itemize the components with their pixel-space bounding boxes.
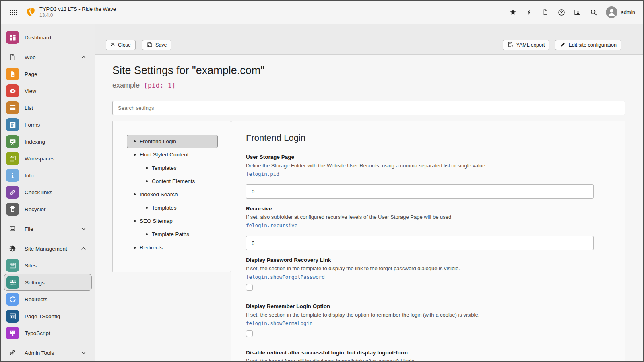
dashboard-icon [6,31,19,44]
sidebar-item-info[interactable]: Info [1,167,95,184]
category-item-redirects[interactable]: Redirects [127,241,224,254]
yaml-export-button[interactable]: YAML export [503,40,550,50]
database-export-icon [508,41,514,49]
site-identifier: example [112,80,140,90]
sidebar-item-label: Dashboard [25,35,51,41]
setting-description: If set, the logout form will be displaye… [246,358,625,361]
panel-heading: Frontend Login [246,133,625,143]
category-item-templates[interactable]: Templates [127,161,224,175]
save-icon [147,42,153,49]
sidebar-section-file[interactable]: File [1,220,95,237]
sidebar-item-dashboard[interactable]: Dashboard [1,29,95,46]
category-item-label: Fluid Styled Content [140,152,189,158]
bullet-icon [134,193,136,195]
bullet-icon [146,167,148,169]
category-item-indexed-search[interactable]: Indexed Search [127,188,224,201]
setting-description: If set, the section in the template to d… [246,311,625,319]
sidebar-item-list[interactable]: List [1,99,95,116]
category-item-fluid-styled-content[interactable]: Fluid Styled Content [127,148,224,161]
category-item-label: Templates [152,165,177,171]
setting-group-recursive: RecursiveIf set, also subfolder at confi… [246,205,625,250]
sidebar-item-label: List [25,105,33,111]
setting-description: If set, the section in the template to d… [246,265,625,272]
sidebar-item-page[interactable]: Page [1,66,95,82]
sidebar-item-label: Forms [25,122,40,128]
sidebar-section-site-management[interactable]: Site Management [1,240,95,257]
edit-site-configuration-button[interactable]: Edit site configuration [555,40,621,50]
avatar [606,6,617,18]
category-item-seo-sitemap[interactable]: SEO Sitemap [127,214,224,228]
sidebar-item-label: Info [25,173,34,179]
setting-key: felogin.recursive [246,222,625,229]
bullet-icon [146,207,148,209]
help-icon[interactable] [553,1,570,24]
save-button[interactable]: Save [142,40,172,50]
setting-checkbox-felogin-showforgotpassword[interactable] [246,284,253,291]
chevron-down-icon [81,351,86,354]
typo3-brand[interactable]: TYPO3 v13 LTS - Ride the Wave 13.4.0 [26,6,116,19]
docheader: Close Save YAML export Edit site configu… [95,24,643,55]
sidebar-item-indexing[interactable]: Indexing [1,133,95,150]
sidebar-item-view[interactable]: View [1,82,95,99]
bullet-icon [134,140,136,142]
chevron-down-icon [81,227,86,230]
setting-group-display-password-recovery-link: Display Password Recovery LinkIf set, th… [246,257,625,291]
recycler-icon [6,203,19,216]
clear-cache-bolt-icon[interactable] [521,1,537,24]
settings-category-menu: Frontend LoginFluid Styled ContentTempla… [112,121,231,272]
bookmark-star-icon[interactable] [505,1,521,24]
setting-description: Define the Storage Folder with the Websi… [246,162,625,169]
setting-key: felogin.showPermaLogin [246,320,625,327]
admintools-icon [6,349,19,356]
sidebar-item-label: Indexing [25,139,45,145]
forms-icon [6,118,19,131]
sidebar-item-redirects[interactable]: Redirects [1,291,95,308]
module-body: Close Save YAML export Edit site configu… [95,24,643,361]
setting-group-disable-redirect-after-successful-login-but-display-logout-form: Disable redirect after successful login,… [246,349,625,361]
sidebar-item-typoscript[interactable]: TypoScript [1,325,95,341]
setting-key: felogin.pid [246,171,625,177]
sidebar-item-recycler[interactable]: Recycler [1,201,95,218]
page-icon [6,68,19,80]
sidebar-item-page-tsconfig[interactable]: Page TSconfig [1,308,95,325]
typo3-logo-icon [26,7,36,18]
web-icon [6,53,19,61]
setting-input-felogin-pid[interactable] [246,184,594,199]
category-item-template-paths[interactable]: Template Paths [127,228,224,241]
sidebar-item-label: Redirects [25,296,47,302]
module-grid-icon[interactable] [9,1,19,24]
category-item-label: SEO Sitemap [140,218,173,224]
sidebar-item-settings[interactable]: Settings [4,274,92,291]
topbar-title: TYPO3 v13 LTS - Ride the Wave [39,6,116,12]
setting-input-felogin-recursive[interactable] [246,236,594,250]
workspaces-icon [6,152,19,165]
sidebar-section-web[interactable]: Web [1,49,95,66]
sidebar-section-admin-tools[interactable]: Admin Tools [1,344,95,361]
username-label: admin [621,9,635,15]
category-item-label: Content Elements [152,178,195,184]
category-item-templates[interactable]: Templates [127,201,224,214]
sidebar-item-label: Sites [25,263,37,269]
search-icon[interactable] [586,1,602,24]
topbar-version: 13.4.0 [39,12,116,19]
sidebar-item-label: Workspaces [25,156,54,162]
setting-label: Display Remember Login Option [246,303,625,310]
sidebar-item-label: Site Management [25,246,67,252]
category-item-frontend-login[interactable]: Frontend Login [127,135,218,148]
user-menu[interactable]: admin [606,6,635,18]
system-information-icon[interactable] [570,1,586,24]
sidebar-item-forms[interactable]: Forms [1,116,95,133]
document-icon[interactable] [537,1,553,24]
search-settings-input[interactable] [112,101,625,115]
sidebar-item-sites[interactable]: Sites [1,257,95,274]
indexing-icon [6,135,19,148]
redirects-icon [6,293,19,306]
setting-checkbox-felogin-showpermalogin[interactable] [246,330,253,337]
sidebar-item-check-links[interactable]: Check links [1,184,95,201]
setting-group-display-remember-login-option: Display Remember Login OptionIf set, the… [246,303,625,337]
sidebar-item-workspaces[interactable]: Workspaces [1,150,95,167]
setting-label: Display Password Recovery Link [246,257,625,263]
close-button[interactable]: Close [106,40,136,50]
category-item-content-elements[interactable]: Content Elements [127,175,224,188]
view-icon [6,84,19,97]
